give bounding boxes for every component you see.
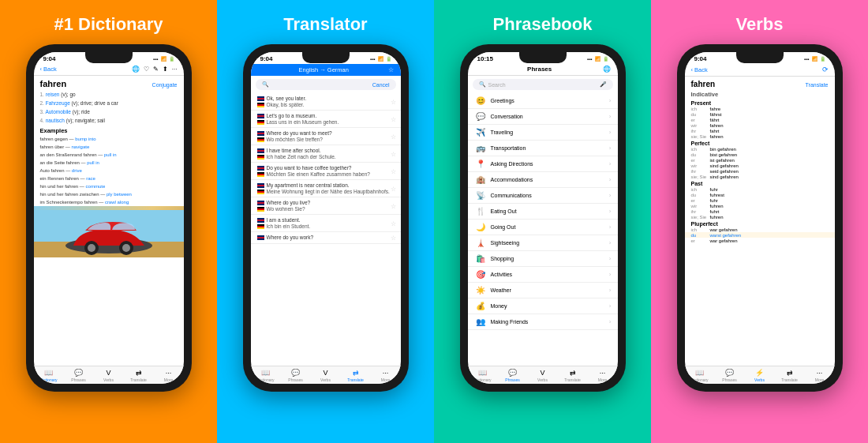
dict-entry-3: 3. Automobile (v); ride [34, 107, 184, 116]
tab-phrases-trans[interactable]: 💬 Phrases [281, 369, 311, 382]
globe-icon[interactable]: 🌐 [132, 66, 140, 73]
v-icon-t: V [323, 369, 327, 377]
name-transportation: Transportation [491, 145, 605, 151]
nav-icons-dict[interactable]: 🌐 ♡ ✎ ⬆ ··· [132, 66, 178, 73]
verbs-translate-btn[interactable]: Translate [806, 82, 829, 88]
tab-phrases-phrase[interactable]: 💬 Phrases [498, 369, 528, 382]
tab-dict-phrase[interactable]: 📖 Dictionary [468, 369, 498, 382]
panel-verbs: Verbs 9:04 ▪▪▪ 📶 🔋 ‹ Back ⟳ f [651, 0, 868, 443]
heart-icon[interactable]: ♡ [144, 66, 149, 73]
dict-conjugate-btn[interactable]: Conjugate [152, 82, 178, 88]
star-lang-icon[interactable]: ☆ [388, 66, 394, 73]
cat-greetings[interactable]: 😊 Greetings › [468, 93, 618, 109]
star-btn-3[interactable]: ☆ [391, 133, 396, 140]
cat-making-friends[interactable]: 👥 Making Friends › [468, 314, 618, 330]
tab-translate-trans[interactable]: ⇄ Translate [341, 369, 371, 382]
cat-money[interactable]: 💰 Money › [468, 298, 618, 314]
cat-accommodations[interactable]: 🏨 Accommodations › [468, 172, 618, 188]
trans-en-6: My apartment is near central station. [257, 182, 395, 188]
conj-sie-present: sie; Siefahren [685, 133, 835, 139]
star-btn-6[interactable]: ☆ [391, 185, 396, 192]
star-btn-2[interactable]: ☆ [391, 115, 396, 122]
emoji-conversation: 💬 [474, 112, 487, 121]
flag-de-6 [257, 190, 264, 194]
phrase-search-bar[interactable]: 🔍 Search 🎤 [473, 79, 613, 90]
emoji-traveling: ✈️ [474, 128, 487, 137]
tab-verbs-phrase[interactable]: V Verbs [528, 369, 558, 382]
tab-phrases[interactable]: 💬 Phrases [64, 369, 94, 382]
tab-more-phrase[interactable]: ··· More [588, 369, 618, 382]
cat-going-out[interactable]: 🌙 Going Out › [468, 220, 618, 235]
signal-icon-trans: ▪▪▪ [370, 57, 375, 62]
notch-translator [302, 52, 350, 63]
arrow-going-out: › [609, 223, 612, 231]
back-button-dict[interactable]: ‹ Back [40, 66, 57, 73]
tab-phrases-verbs[interactable]: 💬 Phrases [715, 369, 745, 382]
name-weather: Weather [491, 287, 605, 293]
status-icons-dict: ▪▪▪ 📶 🔋 [153, 56, 174, 62]
phone-verbs: 9:04 ▪▪▪ 📶 🔋 ‹ Back ⟳ fahren Translate [677, 44, 843, 392]
tab-verbs-trans[interactable]: V Verbs [311, 369, 341, 382]
star-btn-8[interactable]: ☆ [391, 220, 396, 227]
signal-icon-v: ▪▪▪ [804, 57, 809, 62]
screen-phrasebook: 10:15 ▪▪▪ 📶 🔋 ‹ Phrases 🌐 🔍 Search 🎤 � [468, 52, 618, 384]
notch-phrasebook [519, 52, 567, 63]
tab-more[interactable]: ··· More [154, 369, 184, 382]
cat-eating-out[interactable]: 🍴 Eating Out › [468, 204, 618, 220]
cat-shopping[interactable]: 🛍️ Shopping › [468, 251, 618, 267]
name-eating-out: Eating Out [491, 208, 605, 214]
nav-bar-phrase: ‹ Phrases 🌐 [468, 64, 618, 76]
flag-de [257, 103, 264, 107]
globe-icon-p[interactable]: 🌐 [603, 66, 611, 73]
tab-verbs-verbs[interactable]: ⚡ Verbs [745, 369, 775, 382]
share-icon[interactable]: ⬆ [163, 66, 168, 73]
cat-weather[interactable]: ☀️ Weather › [468, 283, 618, 298]
letter-icon: V [106, 369, 110, 377]
cat-traveling[interactable]: ✈️ Traveling › [468, 125, 618, 141]
tense-pluperfect: Pluperfect [685, 220, 835, 227]
cat-transportation[interactable]: 🚌 Transportation › [468, 141, 618, 156]
cat-activities[interactable]: 🎯 Activities › [468, 267, 618, 283]
conj-sie-past: sie; Siefuhren [685, 214, 835, 220]
star-btn-1[interactable]: ☆ [391, 98, 396, 105]
cat-sightseeing[interactable]: 🗼 Sightseeing › [468, 235, 618, 251]
star-btn-5[interactable]: ☆ [391, 167, 396, 175]
star-btn-7[interactable]: ☆ [391, 202, 396, 209]
back-button-verbs[interactable]: ‹ Back [691, 66, 708, 73]
dict-word-row: fahren Conjugate [34, 76, 184, 90]
conj-er-present: erfährt [685, 117, 835, 122]
star-btn-4[interactable]: ☆ [391, 150, 396, 157]
tab-dict-trans[interactable]: 📖 Dictionary [251, 369, 281, 382]
name-shopping: Shopping [491, 256, 605, 261]
mic-icon-phrase[interactable]: 🎤 [600, 81, 607, 88]
tab-translate-phrase[interactable]: ⇄ Translate [558, 369, 588, 382]
tab-more-trans[interactable]: ··· More [371, 369, 401, 382]
tab-dict-verbs[interactable]: 📖 Dictionary [685, 369, 715, 382]
signal-icon-p: ▪▪▪ [587, 57, 592, 62]
arrow-making-friends: › [609, 318, 612, 325]
trans-en-4: I have time after school. [257, 148, 395, 153]
tab-more-verbs[interactable]: ··· More [805, 369, 835, 382]
cancel-btn[interactable]: Cancel [372, 82, 390, 88]
sync-icon-verbs[interactable]: ⟳ [822, 66, 829, 73]
more-icon-t: ··· [383, 369, 389, 377]
star-btn-9[interactable]: ☆ [391, 235, 396, 242]
tab-translate[interactable]: ⇄ Translate [124, 369, 154, 382]
cat-asking-directions[interactable]: 📍 Asking Directions › [468, 156, 618, 172]
status-time-dict: 9:04 [43, 55, 56, 62]
tab-dictionary[interactable]: 📖 Dictionary [34, 369, 64, 382]
cat-conversation[interactable]: 💬 Conversation › [468, 109, 618, 125]
book-icon-v: 📖 [695, 369, 704, 377]
chevron-left-icon: ‹ [40, 66, 43, 73]
tab-translate-verbs[interactable]: ⇄ Translate [775, 369, 805, 382]
chevron-left-verbs: ‹ [691, 66, 694, 73]
lang-bar[interactable]: ‹ English → German ☆ [251, 64, 401, 76]
more-icon-ph: ··· [600, 369, 606, 377]
dots-icon[interactable]: ··· [172, 66, 178, 73]
tab-verbs[interactable]: V Verbs [94, 369, 124, 382]
pencil-icon[interactable]: ✎ [153, 66, 159, 73]
translator-search-bar[interactable]: 🔍 Cancel [256, 79, 396, 90]
cat-communications[interactable]: 📡 Communications › [468, 188, 618, 204]
trans-de-6: Meine Wohnung liegt in der Nähe des Haup… [257, 189, 395, 194]
more-icon-v: ··· [817, 369, 823, 377]
